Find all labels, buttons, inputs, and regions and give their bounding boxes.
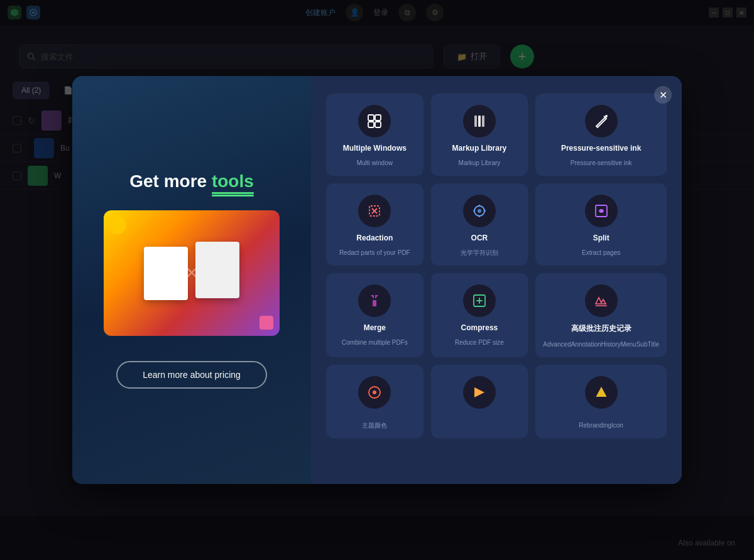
feature-title-multiple-windows: Multiple Windows xyxy=(343,144,407,153)
mock-document-2 xyxy=(195,242,239,298)
feature-subtitle-ocr: 光学字符识别 xyxy=(461,249,498,257)
feature-icon-compress xyxy=(463,284,496,317)
feature-title-merge: Merge xyxy=(364,323,386,332)
feature-subtitle-redaction: Redact parts of your PDF xyxy=(339,249,410,257)
feature-subtitle-pressure-sensitive-ink: Pressure-sensitive ink xyxy=(571,159,632,167)
deco-circle-1 xyxy=(109,217,126,234)
pricing-button[interactable]: Learn more about pricing xyxy=(116,361,267,389)
feature-icon-redaction xyxy=(358,195,391,227)
mock-document-1 xyxy=(144,247,188,300)
feature-subtitle-feature-4-1: 主题颜色 xyxy=(362,421,387,429)
feature-title-ocr: OCR xyxy=(471,234,488,242)
modal-backdrop[interactable]: Get more tools ✕ Learn more about pricin… xyxy=(0,0,754,560)
feature-icon-pressure-sensitive-ink xyxy=(585,105,618,137)
feature-subtitle-merge: Combine multiple PDFs xyxy=(342,338,408,347)
modal-preview-image: ✕ xyxy=(104,210,280,336)
svg-point-10 xyxy=(605,115,608,117)
feature-title-redaction: Redaction xyxy=(356,234,393,242)
feature-subtitle-compress: Reduce PDF size xyxy=(455,338,504,347)
modal-left-panel: Get more tools ✕ Learn more about pricin… xyxy=(72,76,311,484)
feature-subtitle-feature-4-3: RebrandingIcon xyxy=(579,421,623,429)
feature-icon-multiple-windows xyxy=(358,105,391,137)
svg-point-22 xyxy=(373,390,376,394)
modal-close-button[interactable]: ✕ xyxy=(654,86,672,104)
feature-subtitle-split: Extract pages xyxy=(582,249,620,257)
svg-rect-5 xyxy=(368,122,374,127)
svg-rect-17 xyxy=(602,210,604,212)
feature-card-pressure-sensitive-ink[interactable]: Pressure-sensitive ink Pressure-sensitiv… xyxy=(535,94,667,176)
feature-icon-feature-4-3 xyxy=(585,376,618,409)
svg-rect-16 xyxy=(599,210,601,212)
deco-circle-2 xyxy=(260,316,273,330)
feature-card-ocr[interactable]: OCR 光学字符识别 xyxy=(431,183,528,266)
feature-subtitle-markup-library: Markup Library xyxy=(459,159,501,167)
feature-title-markup-library: Markup Library xyxy=(452,144,507,153)
feature-icon-feature-4-2 xyxy=(463,376,496,409)
feature-card-markup-library[interactable]: Markup Library Markup Library xyxy=(431,94,528,176)
svg-rect-6 xyxy=(375,122,381,127)
deco-cross: ✕ xyxy=(185,264,198,282)
feature-title-split: Split xyxy=(593,234,609,242)
svg-rect-3 xyxy=(368,115,374,121)
feature-subtitle-advanced-annotation: AdvancedAnnotationHistoryMenuSubTitle xyxy=(543,340,659,348)
feature-card-split[interactable]: Split Extract pages xyxy=(535,183,667,266)
feature-icon-merge xyxy=(358,284,391,317)
svg-rect-18 xyxy=(373,300,376,306)
feature-card-redaction[interactable]: Redaction Redact parts of your PDF xyxy=(326,183,423,266)
feature-card-compress[interactable]: Compress Reduce PDF size xyxy=(431,273,528,357)
feature-title-compress: Compress xyxy=(461,323,498,332)
pricing-modal: Get more tools ✕ Learn more about pricin… xyxy=(72,76,682,484)
title-highlight: tools xyxy=(212,171,254,191)
feature-card-feature-4-1[interactable]: 主题颜色 xyxy=(326,365,423,438)
svg-point-13 xyxy=(478,209,481,213)
feature-title-pressure-sensitive-ink: Pressure-sensitive ink xyxy=(561,144,641,153)
features-grid: Multiple Windows Multi window Markup Lib… xyxy=(326,94,667,438)
feature-card-multiple-windows[interactable]: Multiple Windows Multi window xyxy=(326,94,423,176)
feature-icon-advanced-annotation xyxy=(585,284,618,317)
feature-icon-markup-library xyxy=(463,105,496,137)
feature-icon-split xyxy=(585,195,618,227)
svg-rect-9 xyxy=(482,116,484,127)
svg-rect-4 xyxy=(375,115,381,121)
feature-subtitle-multiple-windows: Multi window xyxy=(357,159,393,167)
feature-card-merge[interactable]: Merge Combine multiple PDFs xyxy=(326,273,423,357)
feature-card-feature-4-3[interactable]: RebrandingIcon xyxy=(535,365,667,438)
feature-card-advanced-annotation[interactable]: 高级批注历史记录 AdvancedAnnotationHistoryMenuSu… xyxy=(535,273,667,357)
feature-icon-ocr xyxy=(463,195,496,227)
modal-right-panel: ✕ Multiple Windows Multi window Markup L… xyxy=(311,76,682,484)
feature-card-feature-4-2[interactable] xyxy=(431,365,528,438)
feature-icon-feature-4-1 xyxy=(358,376,391,409)
feature-title-advanced-annotation: 高级批注历史记录 xyxy=(571,323,631,334)
svg-rect-8 xyxy=(478,116,481,127)
svg-rect-7 xyxy=(474,116,477,127)
modal-title: Get more tools xyxy=(129,171,254,191)
